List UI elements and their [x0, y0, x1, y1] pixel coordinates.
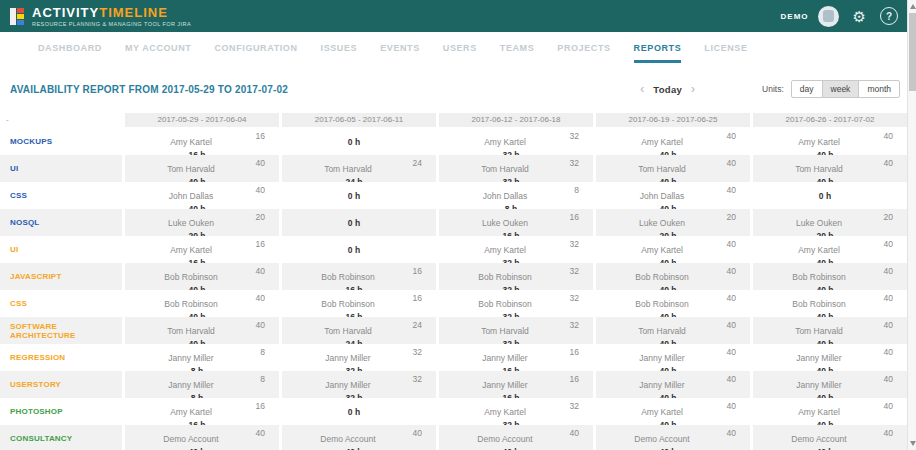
availability-cell[interactable]: Janny Miller3232 h — [279, 371, 436, 398]
capacity-value: 40 — [727, 185, 736, 195]
availability-cell[interactable]: 0 h — [279, 236, 436, 263]
availability-cell[interactable]: Bob Robinson4040 h — [122, 290, 279, 317]
nav-item-my-account[interactable]: MY ACCOUNT — [125, 32, 192, 63]
availability-cell[interactable]: Bob Robinson4040 h — [593, 263, 750, 290]
scroll-down-icon[interactable] — [910, 441, 916, 446]
availability-cell[interactable]: 0 h — [750, 182, 907, 209]
nav-item-teams[interactable]: TEAMS — [500, 32, 535, 63]
row-label-css[interactable]: CSS — [10, 299, 27, 308]
scroll-up-icon[interactable] — [910, 4, 916, 9]
availability-cell[interactable]: 0 h — [279, 182, 436, 209]
availability-cell[interactable]: Bob Robinson3232 h — [436, 290, 593, 317]
settings-gear-icon[interactable]: ⚙ — [853, 9, 866, 24]
nav-item-issues[interactable]: ISSUES — [321, 32, 358, 63]
nav-item-events[interactable]: EVENTS — [380, 32, 420, 63]
row-label-css[interactable]: CSS — [10, 191, 27, 200]
availability-cell[interactable]: Luke Ouken1616 h — [436, 209, 593, 236]
availability-cell[interactable]: Bob Robinson3232 h — [436, 263, 593, 290]
availability-cell[interactable]: Janny Miller4040 h — [593, 371, 750, 398]
availability-cell[interactable]: Luke Ouken2020 h — [750, 209, 907, 236]
row-label-cell: UI — [0, 236, 122, 263]
availability-cell[interactable]: Amy Kartel4040 h — [593, 398, 750, 425]
availability-cell[interactable]: Amy Kartel4040 h — [750, 398, 907, 425]
nav-item-reports[interactable]: REPORTS — [634, 32, 682, 63]
today-button[interactable]: Today — [653, 84, 682, 95]
availability-cell[interactable]: Demo Account4040 h — [279, 425, 436, 450]
availability-cell[interactable]: Janny Miller4040 h — [750, 344, 907, 371]
nav-item-configuration[interactable]: CONFIGURATION — [214, 32, 297, 63]
availability-cell[interactable]: Amy Kartel3232 h — [436, 128, 593, 155]
units-day-button[interactable]: day — [791, 80, 823, 98]
availability-cell[interactable]: Amy Kartel1616 h — [122, 398, 279, 425]
nav-item-users[interactable]: USERS — [443, 32, 477, 63]
user-avatar[interactable] — [818, 6, 839, 27]
availability-cell[interactable]: Janny Miller4040 h — [750, 371, 907, 398]
availability-cell[interactable]: Demo Account4040 h — [122, 425, 279, 450]
nav-item-dashboard[interactable]: DASHBOARD — [38, 32, 102, 63]
availability-cell[interactable]: Tom Harvald4040 h — [593, 155, 750, 182]
row-label-consultancy[interactable]: CONSULTANCY — [10, 434, 72, 443]
availability-cell[interactable]: Janny Miller88 h — [122, 371, 279, 398]
availability-cell[interactable]: Bob Robinson4040 h — [750, 290, 907, 317]
availability-cell[interactable]: Luke Ouken2020 h — [593, 209, 750, 236]
hours-value: 40 h — [596, 446, 750, 450]
availability-cell[interactable]: Amy Kartel1616 h — [122, 128, 279, 155]
row-label-ui[interactable]: UI — [10, 164, 18, 173]
availability-cell[interactable]: Bob Robinson4040 h — [750, 263, 907, 290]
row-label-javascript[interactable]: JAVASCRIPT — [10, 272, 62, 281]
availability-cell[interactable]: Bob Robinson4040 h — [122, 263, 279, 290]
units-month-button[interactable]: month — [858, 80, 900, 98]
availability-cell[interactable]: Janny Miller4040 h — [593, 344, 750, 371]
row-label-mockups[interactable]: MOCKUPS — [10, 137, 52, 146]
availability-cell[interactable]: Amy Kartel4040 h — [750, 128, 907, 155]
availability-cell[interactable]: Janny Miller1616 h — [436, 344, 593, 371]
availability-cell[interactable]: 0 h — [279, 398, 436, 425]
availability-cell[interactable]: Janny Miller1616 h — [436, 371, 593, 398]
availability-cell[interactable]: Amy Kartel1616 h — [122, 236, 279, 263]
scrollbar-thumb[interactable] — [909, 13, 916, 91]
availability-cell[interactable]: Amy Kartel4040 h — [593, 236, 750, 263]
availability-cell[interactable]: Tom Harvald4040 h — [593, 317, 750, 344]
availability-cell[interactable]: John Dallas88 h — [436, 182, 593, 209]
capacity-value: 40 — [413, 428, 422, 438]
availability-cell[interactable]: Tom Harvald2424 h — [279, 317, 436, 344]
app-logo[interactable]: ACTIVITYTIMELINE RESOURCE PLANNING & MAN… — [10, 6, 191, 27]
prev-period-button[interactable]: ‹ — [631, 83, 653, 95]
availability-cell[interactable]: Luke Ouken2020 h — [122, 209, 279, 236]
vertical-scrollbar[interactable] — [907, 0, 916, 450]
row-label-userstory[interactable]: USERSTORY — [10, 380, 61, 389]
availability-cell[interactable]: Amy Kartel3232 h — [436, 236, 593, 263]
row-label-photoshop[interactable]: PHOTOSHOP — [10, 407, 63, 416]
availability-cell[interactable]: Bob Robinson4040 h — [593, 290, 750, 317]
availability-cell[interactable]: John Dallas4040 h — [122, 182, 279, 209]
row-label-regression[interactable]: REGRESSION — [10, 353, 65, 362]
availability-cell[interactable]: John Dallas4040 h — [593, 182, 750, 209]
availability-cell[interactable]: Tom Harvald4040 h — [750, 317, 907, 344]
availability-cell[interactable]: Bob Robinson1616 h — [279, 263, 436, 290]
availability-cell[interactable]: Amy Kartel3232 h — [436, 398, 593, 425]
availability-cell[interactable]: Demo Account4040 h — [436, 425, 593, 450]
units-week-button[interactable]: week — [822, 80, 860, 98]
availability-cell[interactable]: Janny Miller88 h — [122, 344, 279, 371]
availability-cell[interactable]: 0 h — [279, 128, 436, 155]
availability-cell[interactable]: Bob Robinson1616 h — [279, 290, 436, 317]
availability-cell[interactable]: 0 h — [279, 209, 436, 236]
next-period-button[interactable]: › — [682, 83, 704, 95]
availability-cell[interactable]: Tom Harvald3232 h — [436, 317, 593, 344]
availability-cell[interactable]: Demo Account4040 h — [593, 425, 750, 450]
row-label-nosql[interactable]: NOSQL — [10, 218, 39, 227]
availability-cell[interactable]: Tom Harvald4040 h — [122, 155, 279, 182]
row-label-ui[interactable]: UI — [10, 245, 18, 254]
nav-item-license[interactable]: LICENSE — [704, 32, 747, 63]
availability-cell[interactable]: Demo Account4040 h — [750, 425, 907, 450]
availability-cell[interactable]: Tom Harvald2424 h — [279, 155, 436, 182]
availability-cell[interactable]: Janny Miller3232 h — [279, 344, 436, 371]
row-label-software-architecture[interactable]: SOFTWARE ARCHITECTURE — [10, 322, 122, 340]
help-icon[interactable]: ? — [880, 7, 898, 25]
nav-item-projects[interactable]: PROJECTS — [557, 32, 610, 63]
availability-cell[interactable]: Tom Harvald4040 h — [122, 317, 279, 344]
availability-cell[interactable]: Amy Kartel4040 h — [750, 236, 907, 263]
availability-cell[interactable]: Tom Harvald3232 h — [436, 155, 593, 182]
availability-cell[interactable]: Amy Kartel4040 h — [593, 128, 750, 155]
availability-cell[interactable]: Tom Harvald4040 h — [750, 155, 907, 182]
